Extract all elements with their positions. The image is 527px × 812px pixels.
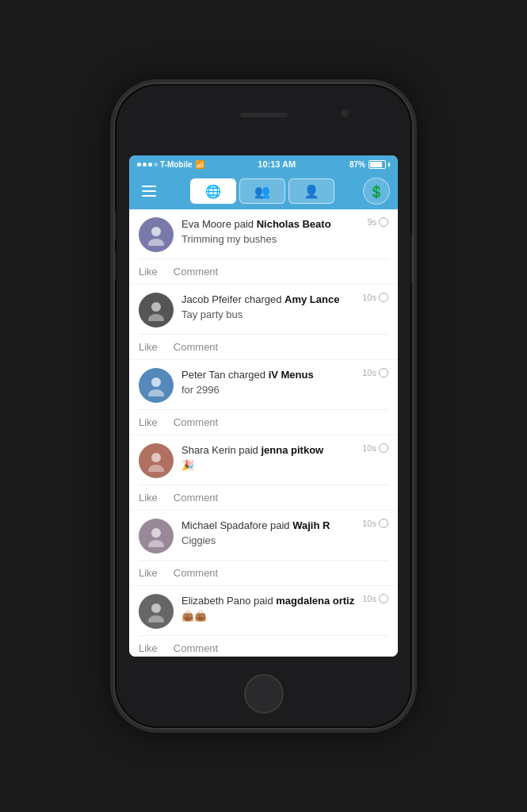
refresh-icon-2 — [379, 293, 388, 302]
feed-title-5: Michael Spadafore paid Wajih R — [181, 519, 357, 533]
feed-title-bold-2: Amy Lance — [285, 293, 339, 305]
like-button-6[interactable]: Like — [139, 642, 158, 654]
refresh-icon-4 — [379, 443, 388, 453]
speaker — [240, 113, 288, 117]
comment-button-3[interactable]: Comment — [174, 416, 218, 428]
avatar-shara-kerin — [139, 443, 174, 478]
tab-person[interactable]: 👤 — [288, 178, 334, 204]
volume-up-button[interactable] — [115, 211, 116, 239]
comment-button-2[interactable]: Comment — [174, 341, 218, 353]
feed-sub-1: Trimming my bushes — [181, 233, 388, 245]
svg-point-3 — [148, 314, 164, 321]
feed-content-3: Peter Tan charged iV Menus 10s for 2996 — [181, 368, 388, 396]
friends-icon: 👥 — [254, 184, 270, 199]
feed-header-1: Eva Moore paid Nicholas Beato 9s — [181, 217, 388, 232]
feed-time-6: 10s — [362, 594, 388, 603]
feed-header-2: Jacob Pfeifer charged Amy Lance 10s — [181, 293, 388, 307]
feed-item-4: Shara Kerin paid jenna pitkow 10s 🎉 Like… — [129, 435, 398, 510]
nav-bar: 🌐 👥 👤 💲 — [129, 173, 398, 209]
nav-tabs: 🌐 👥 👤 — [166, 178, 358, 204]
feed-actions-1: Like Comment — [139, 259, 388, 284]
feed-title-pre-4: Shara Kerin paid — [181, 444, 261, 456]
feed-title-2: Jacob Pfeifer charged Amy Lance — [181, 293, 357, 307]
like-button-2[interactable]: Like — [139, 341, 158, 353]
like-button-4[interactable]: Like — [139, 492, 158, 504]
feed-title-pre-2: Jacob Pfeifer charged — [181, 293, 285, 305]
feed-item-3: Peter Tan charged iV Menus 10s for 2996 … — [129, 360, 398, 435]
feed-item-6: Elizabeth Pano paid magdalena ortiz 10s … — [129, 586, 398, 657]
feed-time-value-3: 10s — [362, 368, 376, 377]
feed-content-6: Elizabeth Pano paid magdalena ortiz 10s … — [181, 594, 388, 622]
feed-title-bold-6: magdalena ortiz — [276, 595, 354, 607]
ham-line-3 — [142, 195, 156, 197]
comment-button-1[interactable]: Comment — [174, 266, 218, 278]
feed-time-3: 10s — [362, 368, 388, 377]
feed-time-4: 10s — [362, 443, 388, 453]
status-bar: T-Mobile 📶 10:13 AM 87% — [129, 155, 398, 173]
feed-time-value-4: 10s — [362, 443, 376, 453]
globe-icon: 🌐 — [205, 184, 221, 199]
feed-title-bold-5: Wajih R — [292, 519, 330, 531]
camera — [341, 109, 349, 117]
comment-button-6[interactable]: Comment — [174, 642, 218, 654]
svg-point-11 — [148, 615, 164, 622]
refresh-icon-3 — [379, 368, 388, 377]
feed-title-pre-1: Eva Moore paid — [181, 218, 257, 230]
feed-time-value-2: 10s — [362, 293, 376, 302]
comment-button-5[interactable]: Comment — [174, 567, 218, 579]
feed-actions-5: Like Comment — [139, 560, 388, 585]
feed-header-5: Michael Spadafore paid Wajih R 10s — [181, 519, 388, 533]
tab-globe[interactable]: 🌐 — [190, 178, 236, 204]
avatar-jacob-pfeifer — [139, 293, 174, 327]
feed-item-5: Michael Spadafore paid Wajih R 10s Ciggi… — [129, 511, 398, 585]
comment-button-4[interactable]: Comment — [174, 492, 218, 504]
avatar-eva-moore — [139, 217, 174, 252]
activity-feed: Eva Moore paid Nicholas Beato 9s Trimmin… — [129, 209, 398, 657]
feed-content-1: Eva Moore paid Nicholas Beato 9s Trimmin… — [181, 217, 388, 245]
status-time: 10:13 AM — [258, 159, 296, 169]
svg-point-2 — [151, 302, 161, 312]
power-button[interactable] — [411, 235, 412, 282]
ham-line-1 — [142, 186, 156, 187]
signal-dot-2 — [143, 163, 147, 167]
like-button-3[interactable]: Like — [139, 416, 158, 428]
svg-point-6 — [151, 453, 161, 462]
feed-title-3: Peter Tan charged iV Menus — [181, 368, 357, 382]
compose-button[interactable]: 💲 — [363, 178, 390, 205]
feed-title-pre-5: Michael Spadafore paid — [181, 519, 292, 531]
svg-point-4 — [151, 377, 161, 387]
feed-sub-6: 👜👜 — [181, 610, 388, 622]
battery-tip — [388, 163, 390, 167]
feed-time-value-6: 10s — [362, 594, 376, 603]
feed-item-top-3: Peter Tan charged iV Menus 10s for 2996 — [139, 368, 388, 403]
svg-point-8 — [151, 528, 161, 538]
feed-content-4: Shara Kerin paid jenna pitkow 10s 🎉 — [181, 443, 388, 471]
menu-button[interactable] — [137, 179, 161, 203]
feed-time-1: 9s — [367, 217, 388, 227]
feed-actions-3: Like Comment — [139, 409, 388, 435]
feed-item-top-6: Elizabeth Pano paid magdalena ortiz 10s … — [139, 594, 388, 629]
feed-time-2: 10s — [362, 293, 388, 302]
feed-title-bold-4: jenna pitkow — [261, 444, 323, 456]
status-left: T-Mobile 📶 — [137, 160, 204, 169]
volume-down-button[interactable] — [115, 251, 116, 279]
svg-point-7 — [148, 465, 164, 472]
signal-dot-3 — [148, 163, 152, 167]
feed-header-4: Shara Kerin paid jenna pitkow 10s — [181, 443, 388, 458]
tab-friends[interactable]: 👥 — [239, 178, 285, 204]
feed-time-value-5: 10s — [362, 519, 376, 528]
feed-content-5: Michael Spadafore paid Wajih R 10s Ciggi… — [181, 519, 388, 546]
like-button-1[interactable]: Like — [139, 266, 158, 278]
feed-time-value-1: 9s — [367, 217, 376, 227]
feed-actions-6: Like Comment — [139, 635, 388, 657]
wifi-icon: 📶 — [195, 160, 204, 169]
like-button-5[interactable]: Like — [139, 567, 158, 579]
signal-dot-1 — [137, 163, 141, 167]
feed-item-top-5: Michael Spadafore paid Wajih R 10s Ciggi… — [139, 519, 388, 553]
feed-item-top-1: Eva Moore paid Nicholas Beato 9s Trimmin… — [139, 217, 388, 252]
home-button[interactable] — [244, 674, 284, 714]
feed-item-top-2: Jacob Pfeifer charged Amy Lance 10s Tay … — [139, 293, 388, 327]
avatar-elizabeth-pano — [139, 594, 174, 629]
feed-title-4: Shara Kerin paid jenna pitkow — [181, 443, 357, 458]
phone-frame: T-Mobile 📶 10:13 AM 87% — [115, 84, 412, 728]
